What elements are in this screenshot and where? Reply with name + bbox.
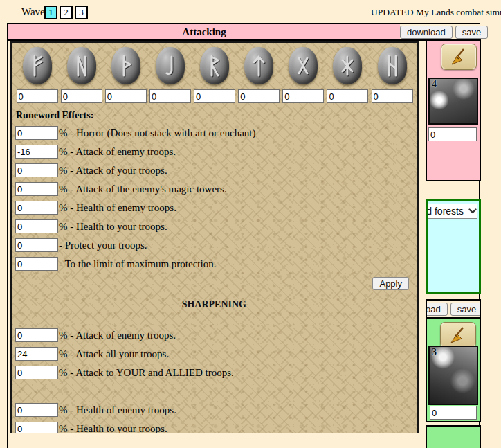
effect-row-enemy-attack: % - Attack of enemy troops. xyxy=(15,145,415,159)
rune-uruz-icon xyxy=(67,47,96,84)
unit-card-top[interactable]: 4 xyxy=(428,78,478,125)
attacking-header-row: Attacking download save xyxy=(8,24,479,41)
spacer xyxy=(15,384,415,403)
effect-label: % - Attack all your troops. xyxy=(59,348,169,360)
effect-row-protect: - Protect your troops. xyxy=(15,238,415,252)
sharp-allied-attack-input[interactable] xyxy=(15,366,58,379)
rune-cell xyxy=(15,46,59,103)
effect-label: % - Health to your troops. xyxy=(59,423,167,433)
terrain-panel: d forests xyxy=(426,199,481,294)
broom-icon xyxy=(450,48,468,66)
rune-cell xyxy=(237,46,281,103)
terrain-select-label: d forests xyxy=(428,206,464,217)
sharpening-rows: % - Attack of enemy troops. % - Attack a… xyxy=(15,328,415,433)
clear-plaque-button-bottom[interactable] xyxy=(440,322,476,348)
runes-panel: Runeword Effects: % - Horror (Does not s… xyxy=(10,41,419,433)
download-button-bottom[interactable]: download xyxy=(427,303,448,316)
terrain-select-wrap: d forests xyxy=(428,204,477,219)
rune-cell xyxy=(326,46,370,103)
enemy-attack-input[interactable] xyxy=(15,145,58,159)
divider-dashes: ----------------------------------------… xyxy=(15,299,182,310)
rune-haglaz-icon xyxy=(378,47,407,84)
rune-cell xyxy=(282,46,325,103)
clear-plaque-button[interactable] xyxy=(441,44,477,70)
rune-jera-icon xyxy=(156,47,185,84)
protect-input[interactable] xyxy=(15,238,58,252)
sharp-enemy-health-input[interactable] xyxy=(15,403,58,417)
effect-row-magic-towers: % - Attack of the enemy's magic towers. xyxy=(15,182,415,196)
rune-count-input[interactable] xyxy=(194,89,235,103)
effect-label: % - Attack of enemy troops. xyxy=(59,146,176,158)
sharp-row-your-health: % - Health to your troops. xyxy=(15,422,415,433)
magic-towers-input[interactable] xyxy=(15,182,58,196)
download-button[interactable]: download xyxy=(400,26,453,39)
rune-count-input[interactable] xyxy=(238,89,280,103)
unit-card-bottom[interactable]: 3 xyxy=(428,346,478,405)
sharp-row-enemy-attack: % - Attack of enemy troops. xyxy=(15,328,415,342)
unit-count-input-bottom[interactable] xyxy=(430,406,477,420)
sharp-row-enemy-health: % - Health of enemy troops. xyxy=(15,403,415,417)
broom-icon xyxy=(449,326,467,344)
max-protection-input[interactable] xyxy=(15,257,58,271)
save-button-bottom[interactable]: save xyxy=(450,303,480,316)
bottom-green-panel xyxy=(426,425,481,448)
rune-cell xyxy=(193,46,237,103)
rune-count-input[interactable] xyxy=(372,89,413,103)
rune-hagall-icon xyxy=(333,47,362,84)
sharp-your-health-input[interactable] xyxy=(15,422,58,433)
effect-label: % - Health of enemy troops. xyxy=(59,202,176,214)
your-health-input[interactable] xyxy=(15,219,58,233)
sharp-your-attack-input[interactable] xyxy=(15,347,58,361)
rune-count-input[interactable] xyxy=(282,89,324,103)
your-attack-input[interactable] xyxy=(15,163,58,177)
unit-level-badge: 4 xyxy=(432,79,437,90)
bottom-buttons-row: download save xyxy=(427,301,480,319)
sharpening-divider: ----------------------------------------… xyxy=(15,299,415,321)
horror-input[interactable] xyxy=(15,126,58,140)
effect-label: % - Health to your troops. xyxy=(59,221,167,233)
unit-count-input-top[interactable] xyxy=(428,127,477,141)
effect-row-max-protection: - To the limit of maximum protection. xyxy=(15,257,415,271)
apply-row: Apply xyxy=(15,277,409,290)
attacking-header-buttons: download save xyxy=(400,24,489,39)
terrain-select[interactable]: d forests xyxy=(428,204,477,219)
rune-cell xyxy=(148,46,192,103)
attacking-title: Attacking xyxy=(182,26,226,38)
runeword-effects-title: Runeword Effects: xyxy=(16,110,415,121)
effect-row-your-health: % - Health to your troops. xyxy=(15,219,415,233)
attacking-panel: Attacking download save xyxy=(7,23,480,448)
wave-tab-3[interactable]: 3 xyxy=(75,6,88,19)
rune-count-input[interactable] xyxy=(17,89,58,103)
wave-tabs: 1 2 3 xyxy=(44,6,88,19)
rune-count-input[interactable] xyxy=(61,89,102,103)
save-button[interactable]: save xyxy=(455,26,488,39)
unit-card-art xyxy=(430,347,477,404)
effect-label: % - Attack to YOUR and ALLIED troops. xyxy=(59,367,234,379)
effect-row-horror: % - Horror (Does not stack with art or e… xyxy=(15,126,415,140)
apply-button[interactable]: Apply xyxy=(372,277,409,290)
effect-label: % - Health of enemy troops. xyxy=(59,404,176,416)
sharp-row-allied-attack: % - Attack to YOUR and ALLIED troops. xyxy=(15,366,415,379)
effect-row-enemy-health: % - Health of enemy troops. xyxy=(15,201,415,215)
effect-label: % - Attack of the enemy's magic towers. xyxy=(59,183,227,195)
unit-card-art xyxy=(430,79,477,123)
unit-level-badge: 3 xyxy=(432,347,437,358)
rune-cell xyxy=(370,46,414,103)
divider-dashes: ------------ xyxy=(15,310,415,321)
effect-label: % - Attack of enemy troops. xyxy=(59,330,176,341)
rune-count-input[interactable] xyxy=(105,89,147,103)
sharpening-title: SHARPENING xyxy=(182,299,246,310)
effect-label: % - Horror (Does not stack with art or e… xyxy=(59,127,256,139)
chevron-down-icon xyxy=(468,208,477,214)
effect-label: % - Attack of your troops. xyxy=(59,165,167,177)
rune-count-input[interactable] xyxy=(149,89,191,103)
sharp-enemy-attack-input[interactable] xyxy=(15,328,58,342)
wave-tab-1[interactable]: 1 xyxy=(44,6,57,19)
rune-count-input[interactable] xyxy=(327,89,368,103)
app-title: UPDATED My Lands combat simulatto xyxy=(371,7,501,18)
effect-label: - Protect your troops. xyxy=(59,240,147,251)
wave-tab-2[interactable]: 2 xyxy=(60,6,73,19)
defender-bottom-panel: download save 3 xyxy=(426,299,481,422)
rune-gebo-icon xyxy=(289,47,318,84)
enemy-health-input[interactable] xyxy=(15,201,58,215)
